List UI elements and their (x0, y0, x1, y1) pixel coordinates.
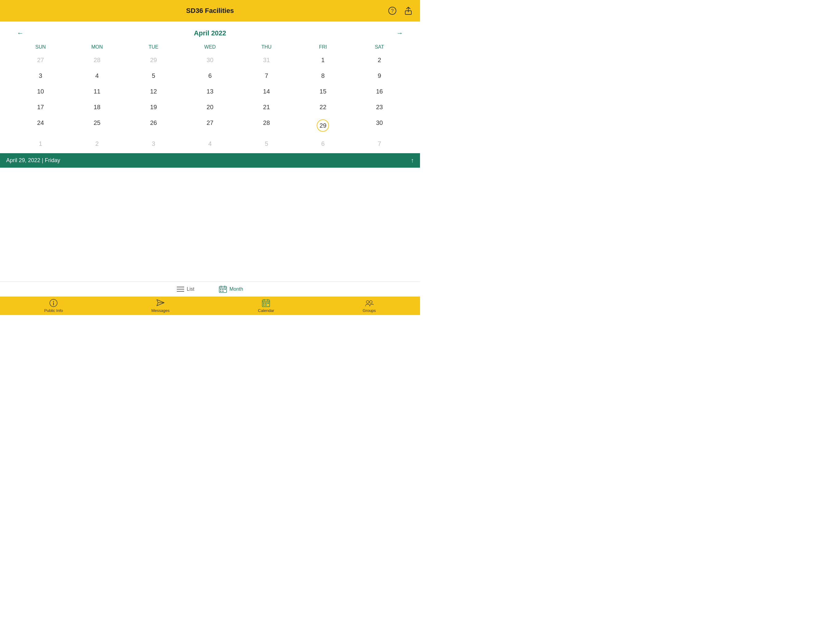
svg-rect-10 (220, 289, 221, 290)
day-header-sat: SAT (351, 42, 408, 52)
calendar-cell[interactable]: 25 (69, 115, 125, 136)
day-header-thu: THU (238, 42, 295, 52)
selected-date-bar: April 29, 2022 | Friday ↑ (0, 153, 420, 168)
calendar-cell[interactable]: 3 (12, 68, 69, 84)
calendar-cell[interactable]: 7 (351, 136, 408, 152)
calendar-cell[interactable]: 27 (12, 52, 69, 68)
header-icons: ? (387, 5, 414, 16)
calendar-cell[interactable]: 19 (125, 99, 182, 115)
calendar-cell[interactable]: 9 (351, 68, 408, 84)
calendar-cell[interactable]: 30 (182, 52, 238, 68)
calendar-cell[interactable]: 24 (12, 115, 69, 136)
share-button[interactable] (403, 5, 414, 16)
month-tab-label: Month (229, 287, 243, 292)
nav-calendar-label: Calendar (258, 308, 274, 313)
day-header-tue: TUE (125, 42, 182, 52)
month-navigation: ← April 2022 → (6, 25, 414, 42)
svg-rect-24 (263, 303, 264, 304)
list-tab-label: List (186, 287, 194, 292)
month-tab[interactable]: Month (219, 285, 243, 293)
nav-messages-label: Messages (151, 308, 169, 313)
svg-rect-27 (263, 304, 264, 306)
calendar-cell[interactable]: 16 (351, 84, 408, 99)
calendar-cell[interactable]: 1 (295, 52, 351, 68)
app-title: SD36 Facilities (186, 7, 234, 15)
calendar-cell[interactable]: 11 (69, 84, 125, 99)
calendar-cell[interactable]: 15 (295, 84, 351, 99)
nav-groups-label: Groups (363, 308, 376, 313)
calendar-cell[interactable]: 4 (182, 136, 238, 152)
svg-rect-11 (222, 289, 224, 290)
calendar-cell[interactable]: 3 (125, 136, 182, 152)
calendar-icon (262, 299, 270, 307)
svg-text:?: ? (391, 8, 394, 14)
calendar-cell[interactable]: 30 (351, 115, 408, 136)
nav-public-info-label: Public Info (44, 308, 63, 313)
messages-icon (156, 299, 165, 307)
calendar-cell[interactable]: 5 (125, 68, 182, 84)
calendar-cell[interactable]: 26 (125, 115, 182, 136)
calendar-cell[interactable]: 20 (182, 99, 238, 115)
prev-month-button[interactable]: ← (12, 28, 28, 39)
calendar-cell[interactable]: 2 (351, 52, 408, 68)
calendar-cell[interactable]: 4 (69, 68, 125, 84)
selected-date-label: April 29, 2022 | Friday (6, 157, 60, 164)
svg-rect-26 (267, 303, 269, 304)
calendar-cell[interactable]: 22 (295, 99, 351, 115)
calendar-cell[interactable]: 28 (238, 115, 295, 136)
calendar-cell[interactable]: 28 (69, 52, 125, 68)
svg-point-16 (53, 301, 54, 302)
list-tab[interactable]: List (177, 285, 194, 293)
next-month-button[interactable]: → (392, 28, 408, 39)
calendar-cell[interactable]: 8 (295, 68, 351, 84)
calendar-cell[interactable]: 10 (12, 84, 69, 99)
svg-rect-12 (224, 289, 226, 290)
calendar-cell[interactable]: 13 (182, 84, 238, 99)
svg-rect-25 (265, 303, 267, 304)
calendar-cell[interactable]: 29 (125, 52, 182, 68)
svg-point-30 (369, 301, 373, 303)
calendar-cell[interactable]: 1 (12, 136, 69, 152)
calendar-container: ← April 2022 → SUN MON TUE WED THU FRI S… (0, 22, 420, 152)
calendar-grid: 2728293031123456789101112131415161718192… (6, 52, 414, 152)
day-header-sun: SUN (12, 42, 69, 52)
day-headers: SUN MON TUE WED THU FRI SAT (6, 42, 414, 52)
app-header: SD36 Facilities ? (0, 0, 420, 22)
nav-messages[interactable]: Messages (151, 299, 169, 313)
calendar-cell[interactable]: 7 (238, 68, 295, 84)
day-header-fri: FRI (295, 42, 351, 52)
calendar-cell[interactable]: 21 (238, 99, 295, 115)
calendar-cell[interactable]: 17 (12, 99, 69, 115)
svg-point-29 (366, 301, 369, 303)
calendar-cell[interactable]: 5 (238, 136, 295, 152)
calendar-cell[interactable]: 23 (351, 99, 408, 115)
month-title: April 2022 (194, 29, 226, 37)
calendar-cell[interactable]: 12 (125, 84, 182, 99)
day-header-mon: MON (69, 42, 125, 52)
help-button[interactable]: ? (387, 5, 398, 16)
calendar-cell[interactable]: 29 (295, 115, 351, 136)
collapse-button[interactable]: ↑ (411, 157, 414, 164)
calendar-cell[interactable]: 6 (295, 136, 351, 152)
nav-groups[interactable]: Groups (363, 299, 376, 313)
calendar-cell[interactable]: 2 (69, 136, 125, 152)
groups-icon (365, 299, 374, 307)
calendar-cell[interactable]: 6 (182, 68, 238, 84)
calendar-cell[interactable]: 18 (69, 99, 125, 115)
svg-rect-28 (265, 304, 267, 306)
nav-calendar[interactable]: Calendar (258, 299, 274, 313)
calendar-cell[interactable]: 14 (238, 84, 295, 99)
svg-rect-14 (222, 291, 224, 291)
svg-rect-13 (220, 291, 221, 291)
info-icon (49, 299, 58, 307)
nav-public-info[interactable]: Public Info (44, 299, 63, 313)
calendar-cell[interactable]: 27 (182, 115, 238, 136)
bottom-nav: Public Info Messages Cale (0, 296, 420, 315)
day-header-wed: WED (182, 42, 238, 52)
secondary-tab-bar: List Month (0, 282, 420, 296)
calendar-cell[interactable]: 31 (238, 52, 295, 68)
